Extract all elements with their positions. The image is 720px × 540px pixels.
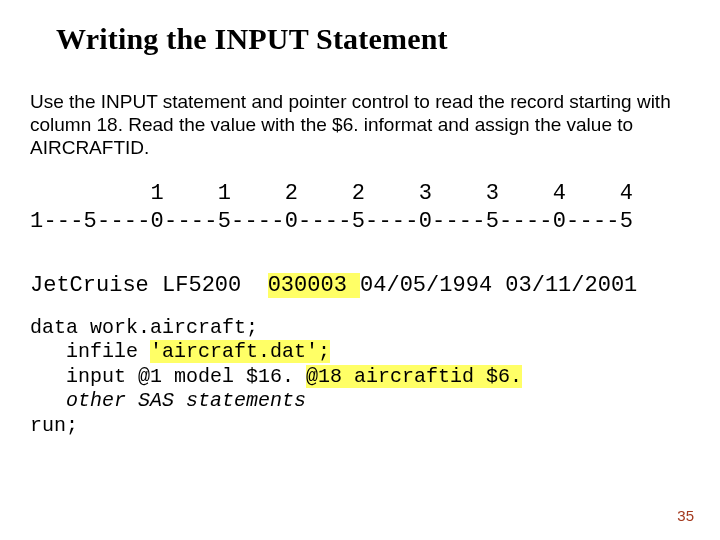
column-ruler: 1 1 2 2 3 3 4 4 1---5----0----5----0----…	[30, 180, 633, 235]
data-model: JetCruise LF5200	[30, 273, 241, 298]
data-aircraftid: 030003	[268, 273, 360, 298]
code-line-2b: 'aircraft.dat';	[150, 340, 330, 363]
page-number: 35	[677, 507, 694, 524]
code-line-3a: input @1 model $16.	[30, 365, 306, 388]
slide: Writing the INPUT Statement Use the INPU…	[0, 0, 720, 540]
code-line-4: other SAS statements	[30, 389, 306, 412]
data-dates: 04/05/1994 03/11/2001	[360, 273, 637, 298]
code-line-2a: infile	[30, 340, 150, 363]
sas-code: data work.aircraft; infile 'aircraft.dat…	[30, 316, 522, 438]
slide-title: Writing the INPUT Statement	[56, 22, 680, 56]
ruler-units: 1---5----0----5----0----5----0----5----0…	[30, 209, 633, 234]
code-line-5: run;	[30, 414, 78, 437]
data-gap	[241, 273, 267, 298]
code-line-1: data work.aircraft;	[30, 316, 258, 339]
code-line-3b: @18 aircraftid $6.	[306, 365, 522, 388]
ruler-tens: 1 1 2 2 3 3 4 4	[30, 181, 633, 206]
data-record: JetCruise LF5200 030003 04/05/1994 03/11…	[30, 272, 637, 300]
body-paragraph: Use the INPUT statement and pointer cont…	[30, 90, 686, 160]
